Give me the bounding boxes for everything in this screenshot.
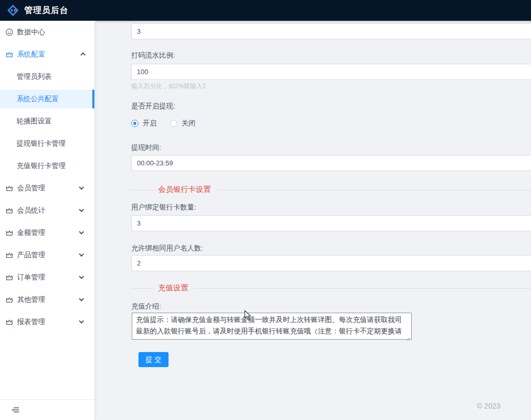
sidebar-item-member-management[interactable]: 会员管理 xyxy=(0,177,94,199)
withdraw-time-input[interactable] xyxy=(131,155,531,171)
crown-icon xyxy=(5,273,13,282)
submenu-label: 充值银行卡管理 xyxy=(17,161,66,171)
radio-checked-icon[interactable] xyxy=(131,120,138,127)
sidebar-subitem-carousel-settings[interactable]: 轮播图设置 xyxy=(0,110,94,132)
section-divider-recharge: 充值设置 xyxy=(131,288,531,289)
dama-ratio-input[interactable] xyxy=(131,64,531,80)
recharge-intro-label: 充值介绍: xyxy=(131,302,531,311)
sidebar-subitem-recharge-bankcard[interactable]: 充值银行卡管理 xyxy=(0,155,94,177)
bind-card-count-input[interactable] xyxy=(131,215,531,231)
radio-option-off[interactable]: 关闭 xyxy=(170,119,195,128)
sidebar-item-system-config[interactable]: 系统配置 xyxy=(0,43,94,65)
main-content: 打码流水比例: 输入百分比，如2%就输入2 是否开启提现: 开启 关闭 提现时间… xyxy=(95,21,531,420)
section-divider-bankcard: 会员银行卡设置 xyxy=(131,190,531,190)
radio-unchecked-icon[interactable] xyxy=(170,120,177,127)
submenu-label: 提现银行卡管理 xyxy=(17,139,66,148)
crown-icon xyxy=(5,251,13,259)
sidebar-item-label: 其他管理 xyxy=(17,295,80,304)
sidebar-item-label: 数据中心 xyxy=(17,27,86,37)
withdraw-switch-label: 是否开启提现: xyxy=(131,102,531,111)
crown-icon xyxy=(5,296,13,304)
recharge-intro-textarea[interactable]: 充值提示：请确保充值金额与转账金额一致并及时上次转账详图。每次充值请获取我司最新… xyxy=(132,313,412,340)
submenu-system-config: 管理员列表 系统公共配置 轮播图设置 提现银行卡管理 充值银行卡管理 xyxy=(0,65,94,177)
recharge-intro-field: 充值提示：请确保充值金额与转账金额一致并及时上次转账详图。每次充值请获取我司最新… xyxy=(132,313,412,340)
smiley-icon xyxy=(5,28,13,36)
submit-button[interactable]: 提 交 xyxy=(138,352,169,367)
copyright-text: © 2023 xyxy=(477,402,500,410)
menu-fold-icon[interactable] xyxy=(11,405,20,414)
app-title: 管理员后台 xyxy=(24,5,68,16)
section-title-recharge: 充值设置 xyxy=(153,283,193,293)
sidebar-subitem-withdraw-bankcard[interactable]: 提现银行卡管理 xyxy=(0,132,94,155)
top-field-input[interactable] xyxy=(131,23,531,39)
section-title-bankcard: 会员银行卡设置 xyxy=(153,185,216,194)
chevron-up-icon xyxy=(80,52,86,58)
sidebar: 数据中心 系统配置 管理员列表 系统公共配置 轮播图设置 提现银行卡管理 xyxy=(0,21,95,420)
dama-ratio-label: 打码流水比例: xyxy=(131,51,531,60)
radio-label: 关闭 xyxy=(181,119,195,128)
dama-ratio-hint: 输入百分比，如2%就输入2 xyxy=(131,82,531,91)
radio-option-on[interactable]: 开启 xyxy=(131,119,157,128)
sidebar-item-label: 金额管理 xyxy=(17,228,80,237)
submenu-label: 轮播图设置 xyxy=(17,117,52,126)
sidebar-subitem-system-public-config[interactable]: 系统公共配置 xyxy=(0,90,94,108)
withdraw-switch-options: 开启 关闭 xyxy=(131,119,531,128)
sidebar-item-order-management[interactable]: 订单管理 xyxy=(0,266,94,288)
sidebar-subitem-admin-list[interactable]: 管理员列表 xyxy=(0,65,94,88)
radio-label: 开启 xyxy=(143,119,157,128)
sidebar-item-other-management[interactable]: 其他管理 xyxy=(0,288,94,311)
app-logo-icon xyxy=(6,4,20,17)
withdraw-time-label: 提现时间: xyxy=(131,143,531,152)
sidebar-item-label: 会员统计 xyxy=(17,206,80,215)
crown-icon xyxy=(5,50,13,59)
sidebar-footer xyxy=(0,399,94,420)
sidebar-item-report-management[interactable]: 报表管理 xyxy=(0,311,94,333)
sidebar-item-label: 报表管理 xyxy=(17,317,80,327)
app-header: 管理员后台 xyxy=(0,0,531,21)
admin-app: 管理员后台 数据中心 系统配置 xyxy=(0,0,531,420)
sidebar-item-product-management[interactable]: 产品管理 xyxy=(0,244,94,266)
same-name-count-label: 允许绑相同用户名人数: xyxy=(131,244,531,253)
crown-icon xyxy=(5,229,13,237)
sidebar-item-label: 订单管理 xyxy=(17,273,80,282)
sidebar-item-label: 会员管理 xyxy=(17,184,80,193)
crown-icon xyxy=(5,318,13,326)
submenu-label: 系统公共配置 xyxy=(17,94,59,104)
sidebar-item-member-statistics[interactable]: 会员统计 xyxy=(0,199,94,221)
sidebar-item-data-center[interactable]: 数据中心 xyxy=(0,21,94,43)
crown-icon xyxy=(5,184,13,192)
bind-card-count-label: 用户绑定银行卡数量: xyxy=(131,203,531,212)
sidebar-item-label: 系统配置 xyxy=(17,50,80,59)
crown-icon xyxy=(5,206,13,215)
sidebar-item-amount-management[interactable]: 金额管理 xyxy=(0,221,94,244)
same-name-count-input[interactable] xyxy=(131,255,531,271)
sidebar-item-label: 产品管理 xyxy=(17,250,80,260)
submenu-label: 管理员列表 xyxy=(17,72,52,81)
